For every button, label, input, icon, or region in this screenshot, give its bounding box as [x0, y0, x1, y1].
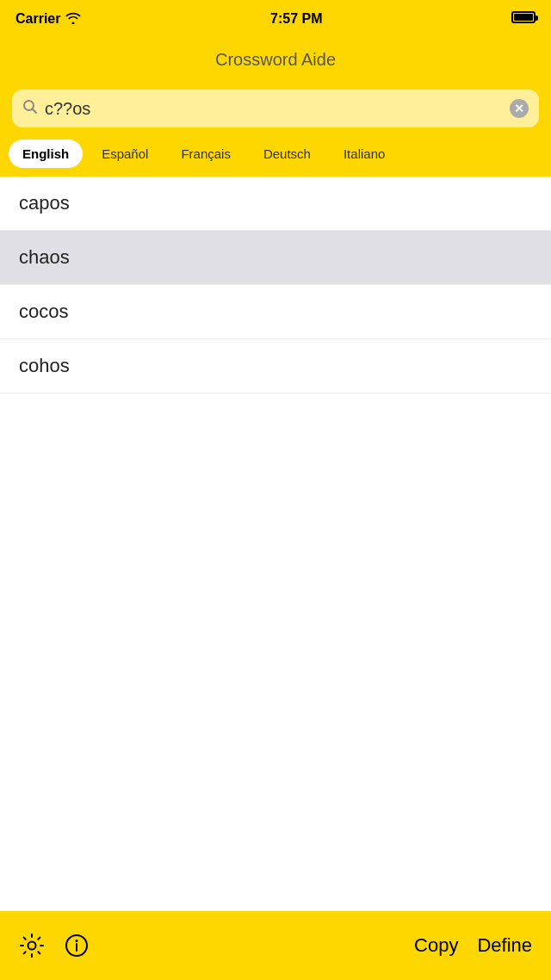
info-button[interactable] — [64, 933, 90, 958]
result-item-cohos[interactable]: cohos — [0, 339, 551, 394]
results-list: capos chaos cocos cohos — [0, 177, 551, 394]
search-input-wrap[interactable]: ✕ — [12, 90, 539, 127]
tab-espanol[interactable]: Español — [88, 140, 162, 168]
svg-point-2 — [28, 942, 36, 950]
svg-point-5 — [76, 940, 78, 942]
tab-english[interactable]: English — [9, 140, 83, 168]
search-clear-button[interactable]: ✕ — [510, 99, 529, 118]
status-time: 7:57 PM — [270, 11, 322, 27]
toolbar-left — [19, 933, 90, 958]
status-bar: Carrier 7:57 PM — [0, 0, 551, 38]
result-item-capos[interactable]: capos — [0, 177, 551, 231]
tab-italiano[interactable]: Italiano — [330, 140, 399, 168]
info-icon — [64, 933, 90, 958]
define-button[interactable]: Define — [477, 934, 532, 957]
gear-icon — [19, 933, 45, 958]
carrier-label: Carrier — [15, 11, 81, 27]
svg-line-1 — [33, 109, 37, 113]
app-header: Crossword Aide — [0, 38, 551, 81]
result-item-chaos[interactable]: chaos — [0, 231, 551, 285]
tab-francais[interactable]: Français — [167, 140, 245, 168]
settings-button[interactable] — [19, 933, 45, 958]
copy-button[interactable]: Copy — [414, 934, 458, 957]
wifi-icon — [65, 12, 81, 27]
app-title: Crossword Aide — [215, 50, 336, 70]
result-item-cocos[interactable]: cocos — [0, 285, 551, 339]
battery-indicator — [511, 11, 536, 27]
bottom-toolbar: Copy Define — [0, 911, 551, 980]
search-input[interactable] — [45, 99, 510, 119]
search-icon — [22, 99, 38, 119]
toolbar-right: Copy Define — [414, 934, 532, 957]
language-tabs: English Español Français Deutsch Italian… — [0, 140, 551, 177]
tab-deutsch[interactable]: Deutsch — [250, 140, 325, 168]
search-bar: ✕ — [0, 81, 551, 140]
